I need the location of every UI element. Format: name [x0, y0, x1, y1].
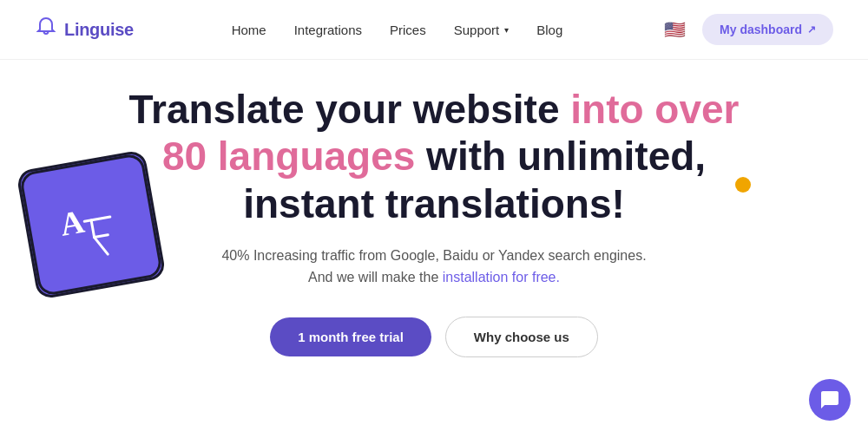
hero-cta-buttons: 1 month free trial Why choose us	[270, 317, 598, 357]
svg-line-1	[84, 217, 110, 221]
nav-right: 🇺🇸 My dashboard ↗	[661, 14, 833, 45]
nav-home[interactable]: Home	[232, 23, 266, 37]
logo-text: Linguise	[64, 20, 134, 40]
svg-text:A: A	[57, 203, 88, 243]
hero-section: A Translate your website into over 80 la…	[0, 60, 868, 375]
chat-icon	[819, 389, 840, 410]
nav-links: Home Integrations Prices Support ▾ Blog	[232, 23, 563, 37]
nav-integrations[interactable]: Integrations	[294, 23, 362, 37]
svg-line-4	[95, 235, 108, 238]
svg-line-3	[95, 236, 108, 257]
logo-icon	[35, 16, 57, 43]
free-trial-button[interactable]: 1 month free trial	[270, 317, 431, 356]
external-link-icon: ↗	[807, 23, 816, 36]
translation-icon-card: A	[26, 160, 161, 294]
support-chevron-icon: ▾	[504, 25, 509, 35]
nav-prices[interactable]: Prices	[390, 23, 426, 37]
flag-icon: 🇺🇸	[664, 19, 686, 40]
navbar: Linguise Home Integrations Prices Suppor…	[0, 0, 868, 60]
hero-subtitle: 40% Increasing traffic from Google, Baid…	[221, 245, 646, 289]
decorative-dot	[735, 177, 751, 193]
nav-blog[interactable]: Blog	[536, 23, 562, 37]
nav-support[interactable]: Support ▾	[454, 23, 510, 37]
why-choose-us-button[interactable]: Why choose us	[445, 317, 598, 357]
chat-bubble-button[interactable]	[809, 379, 851, 421]
logo[interactable]: Linguise	[35, 16, 134, 43]
svg-line-2	[91, 220, 94, 238]
language-selector[interactable]: 🇺🇸	[661, 19, 688, 40]
dashboard-button[interactable]: My dashboard ↗	[702, 14, 833, 45]
installation-link[interactable]: installation for free.	[443, 270, 560, 284]
hero-title: Translate your website into over 80 lang…	[104, 86, 764, 227]
